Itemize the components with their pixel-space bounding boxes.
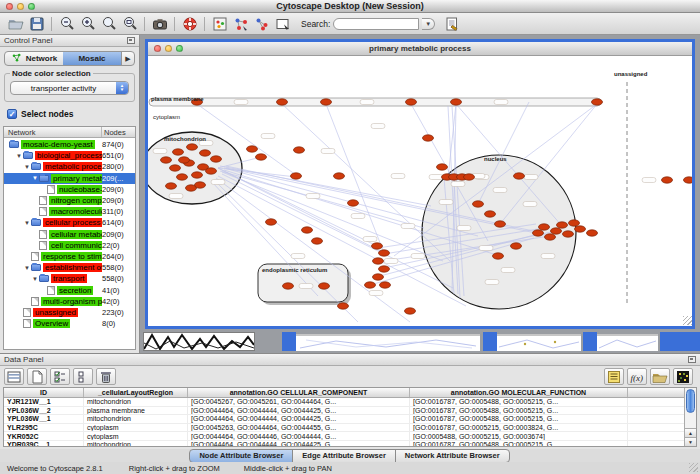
- background-window-2[interactable]: [497, 334, 581, 351]
- tree-row-response-to-stimulu[interactable]: response to stimulu264(0): [4, 251, 135, 262]
- select-attributes-icon[interactable]: [50, 368, 70, 385]
- column-header-3[interactable]: annotation.GO CELLULAR_COMPONENT: [188, 388, 410, 397]
- close-button[interactable]: [6, 3, 13, 10]
- layout-1-icon[interactable]: [230, 15, 251, 33]
- tree-expand-icon[interactable]: ▼: [23, 164, 31, 170]
- minimize-button[interactable]: [17, 3, 24, 10]
- search-dropdown-button[interactable]: ▼: [422, 18, 435, 30]
- scrollbar-thumb[interactable]: [686, 389, 695, 413]
- tree-expand-icon[interactable]: ▼: [15, 153, 23, 159]
- tree-row-overview[interactable]: Overview8(0): [4, 318, 135, 329]
- tree-row-biological-process[interactable]: ▼biological_process651(0): [4, 150, 135, 161]
- open-session-icon[interactable]: [5, 15, 26, 33]
- select-nodes-checkbox[interactable]: ✓: [7, 109, 17, 119]
- zoom-out-icon[interactable]: [56, 15, 77, 33]
- network-window-titlebar[interactable]: primary metabolic process: [148, 42, 692, 56]
- tab-node-attribute-browser[interactable]: Node Attribute Browser: [189, 449, 293, 463]
- background-window-edge[interactable]: [583, 332, 597, 351]
- app-titlebar[interactable]: Cytoscape Desktop (New Session): [0, 0, 700, 13]
- scroll-down-icon[interactable]: ▼: [685, 437, 696, 446]
- snapshot-icon[interactable]: [149, 15, 170, 33]
- tree-row-cellular-process[interactable]: ▼cellular process614(0): [4, 217, 135, 228]
- tree-row-node-count: 209(0): [102, 196, 135, 205]
- network-canvas[interactable]: plasma membrane cytoplasm mitochondrion …: [148, 56, 692, 325]
- tree-expand-icon[interactable]: ▼: [23, 265, 31, 271]
- tab-mosaic[interactable]: Mosaic: [63, 52, 121, 65]
- tree-column-nodes[interactable]: Nodes: [101, 127, 135, 137]
- tree-row-primary-metabo[interactable]: ▼primary metabo209(...: [4, 173, 135, 184]
- create-attribute-icon[interactable]: [27, 368, 47, 385]
- tree-expand-icon[interactable]: ▼: [31, 276, 39, 282]
- tree-row-secretion[interactable]: secretion41(0): [4, 284, 135, 295]
- layout-2-icon[interactable]: [251, 15, 272, 33]
- zoom-selected-icon[interactable]: [119, 15, 140, 33]
- network-view-window[interactable]: primary metabolic process: [145, 39, 695, 329]
- search-input[interactable]: [333, 18, 419, 30]
- tree-expand-icon[interactable]: ▼: [23, 220, 31, 226]
- tree-expand-icon[interactable]: ▼: [31, 175, 39, 181]
- tree-row-cell-communicat[interactable]: cell communicat22(0): [4, 240, 135, 251]
- table-row-YPL036W__1[interactable]: YPL036W__1mitochondrion[GO:0044464, GO:0…: [4, 415, 684, 424]
- function-builder-icon[interactable]: f(x): [627, 368, 647, 385]
- table-row-YJR121W__1[interactable]: YJR121W__1mitochondrion[GO:0045267, GO:0…: [4, 398, 684, 407]
- delete-attribute-icon[interactable]: [96, 368, 116, 385]
- tree-row-metabolic-process[interactable]: ▼metabolic process280(0): [4, 161, 135, 172]
- table-row-YPL036W__2[interactable]: YPL036W__2plasma membrane[GO:0044464, GO…: [4, 407, 684, 416]
- tree-row-unassigned[interactable]: unassigned223(0): [4, 307, 135, 318]
- network-zoom-button[interactable]: [176, 45, 183, 52]
- tree-row-establishment-of-lo[interactable]: ▼establishment of lo558(0): [4, 262, 135, 273]
- table-vertical-scrollbar[interactable]: ▲ ▼: [684, 388, 696, 446]
- data-panel-toolbar: f(x): [0, 366, 700, 387]
- float-panel-icon[interactable]: [127, 37, 135, 44]
- zoom-in-icon[interactable]: [77, 15, 98, 33]
- tab-edge-attribute-browser[interactable]: Edge Attribute Browser: [292, 449, 395, 463]
- help-icon[interactable]: [179, 15, 200, 33]
- window-resize-grip[interactable]: [683, 316, 692, 325]
- zoom-fit-icon[interactable]: [98, 15, 119, 33]
- tree-row-transport[interactable]: ▼transport558(0): [4, 273, 135, 284]
- save-session-icon[interactable]: [26, 15, 47, 33]
- app-resize-grip[interactable]: [689, 463, 698, 472]
- node-color-select[interactable]: transporter activity ▲▼: [10, 81, 129, 95]
- background-window-3[interactable]: [597, 334, 658, 351]
- zoom-window-button[interactable]: [28, 3, 35, 10]
- file-icon: [23, 308, 31, 317]
- tree-row-multi-organism-pro[interactable]: multi-organism pro42(0): [4, 296, 135, 307]
- tree-row-mosaic-demo-yeast[interactable]: mosaic-demo-yeast874(0): [4, 139, 135, 150]
- network-minimize-button[interactable]: [165, 45, 172, 52]
- column-header-4[interactable]: annotation.GO MOLECULAR_FUNCTION: [410, 388, 628, 397]
- tree-row-nitrogen-compo[interactable]: nitrogen compo209(0): [4, 195, 135, 206]
- cell-filler: [628, 432, 684, 440]
- tab-network-attribute-browser[interactable]: Network Attribute Browser: [395, 449, 510, 463]
- attribute-list-icon[interactable]: [604, 368, 624, 385]
- search-config-icon[interactable]: [441, 15, 462, 33]
- background-window-edge[interactable]: [483, 332, 497, 351]
- tree-column-network[interactable]: Network: [4, 127, 101, 137]
- network-graph[interactable]: [148, 56, 692, 325]
- select-nodes-row[interactable]: ✓ Select nodes: [7, 109, 132, 119]
- annotations-icon[interactable]: [272, 15, 293, 33]
- background-window-1[interactable]: [296, 334, 480, 351]
- background-window-edge[interactable]: [282, 332, 296, 351]
- search-area: Search: ▼: [301, 15, 462, 33]
- vizmapper-icon[interactable]: [209, 15, 230, 33]
- column-header-2[interactable]: _cellularLayoutRegion: [84, 388, 188, 397]
- tree-row-macromolecule[interactable]: macromolecule311(0): [4, 206, 135, 217]
- table-row-YKR052C[interactable]: YKR052Ccytoplasm[GO:0044464, GO:0044446,…: [4, 432, 684, 441]
- tree-row-nucleobase-c[interactable]: nucleobase-c209(0): [4, 184, 135, 195]
- table-row-YLR295C[interactable]: YLR295Ccytoplasm[GO:0045263, GO:0044464,…: [4, 424, 684, 433]
- matrix-view-icon[interactable]: [673, 368, 693, 385]
- background-window-edge[interactable]: [660, 332, 700, 351]
- background-window-thumbnail[interactable]: [143, 332, 255, 351]
- column-header-1[interactable]: ID: [4, 388, 84, 397]
- attribute-columns-icon[interactable]: [4, 368, 24, 385]
- unselect-attributes-icon[interactable]: [73, 368, 93, 385]
- tab-network[interactable]: Network: [5, 52, 63, 65]
- tabs-overflow-button[interactable]: ▶: [121, 52, 134, 65]
- float-panel-icon[interactable]: [688, 356, 696, 363]
- tree-row-cellular-metabo[interactable]: cellular metabo209(0): [4, 229, 135, 240]
- network-close-button[interactable]: [154, 45, 161, 52]
- table-row-YDR039C__1[interactable]: YDR039C__1mitochondrion[GO:0044464, GO:0…: [4, 441, 684, 446]
- import-attributes-icon[interactable]: [650, 368, 670, 385]
- scroll-up-icon[interactable]: ▲: [685, 428, 696, 437]
